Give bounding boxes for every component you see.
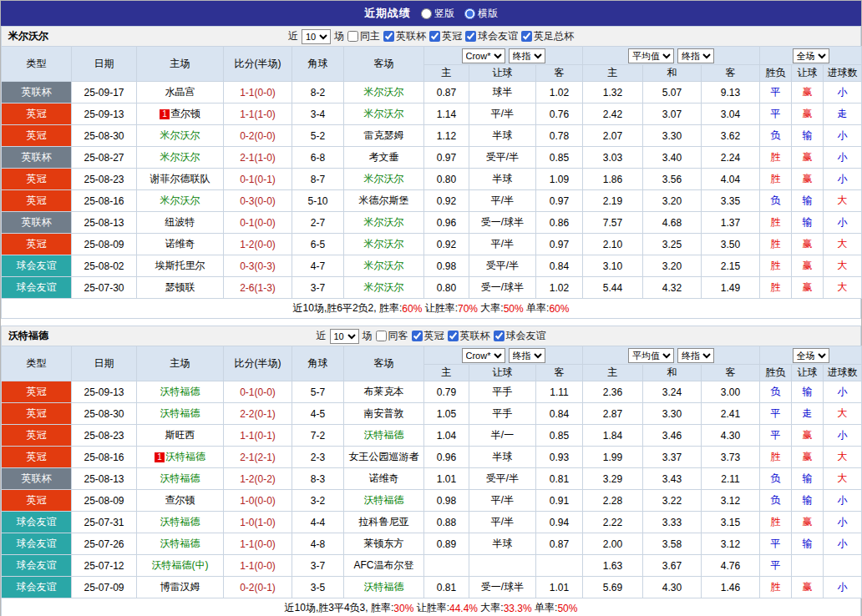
result-wdl: 平 bbox=[760, 533, 792, 555]
result-wdl: 胜 bbox=[760, 234, 792, 255]
home-team: 沃特福德 bbox=[137, 381, 224, 403]
competition-filter[interactable]: 英冠 bbox=[429, 29, 462, 43]
games-label: 场 bbox=[334, 29, 344, 43]
match-score: 0-1(0-0) bbox=[224, 212, 292, 234]
same-venue-filter[interactable]: 同主 bbox=[347, 29, 380, 43]
competition-checkbox[interactable] bbox=[448, 331, 459, 341]
table-header-row: 类型日期主场比分(半场)角球客场Crow*终指平均值终指全场 bbox=[2, 346, 862, 365]
result-goals: 大 bbox=[824, 234, 862, 255]
avg-away-odds: 3.50 bbox=[702, 234, 760, 255]
corner-score: 8-3 bbox=[292, 468, 344, 490]
result-wdl: 胜 bbox=[760, 447, 792, 468]
subcol-result-handicap: 让球 bbox=[792, 65, 824, 82]
competition-filter[interactable]: 球会友谊 bbox=[465, 29, 518, 43]
same-venue-checkbox[interactable] bbox=[376, 331, 387, 341]
final-odds-select[interactable]: 终指 bbox=[677, 348, 714, 363]
odds-company-select[interactable]: Crow* bbox=[462, 48, 505, 63]
competition-checkbox[interactable] bbox=[521, 31, 532, 42]
ah-away-odds: 0.87 bbox=[536, 533, 583, 555]
team-text: 米尔沃尔 bbox=[160, 151, 200, 163]
result-handicap: 赢 bbox=[792, 82, 824, 104]
ah-away-odds bbox=[536, 555, 583, 577]
horizontal-layout-radio[interactable] bbox=[464, 8, 475, 19]
ah-handicap bbox=[469, 555, 536, 577]
match-date: 25-08-02 bbox=[72, 255, 137, 277]
result-goals: 大 bbox=[824, 255, 862, 277]
competition-filter[interactable]: 英足总杯 bbox=[521, 29, 574, 43]
competition-checkbox[interactable] bbox=[494, 331, 505, 341]
same-venue-filter[interactable]: 同客 bbox=[376, 329, 408, 343]
match-score: 0-3(0-3) bbox=[224, 255, 292, 277]
competition-checkbox[interactable] bbox=[383, 31, 394, 42]
result-goals: 大 bbox=[824, 468, 862, 490]
avg-home-odds: 3.03 bbox=[583, 147, 643, 169]
match-score: 1-0(0-0) bbox=[224, 490, 292, 512]
team-name: 米尔沃尔 bbox=[8, 29, 48, 43]
team-text: 莱顿东方 bbox=[364, 538, 404, 549]
team-text: 沃特福德 bbox=[364, 429, 404, 441]
final-odds-select[interactable]: 终指 bbox=[677, 48, 714, 63]
result-wdl: 胜 bbox=[760, 147, 792, 169]
final-odds-select[interactable]: 终指 bbox=[509, 48, 545, 63]
col-away: 客场 bbox=[344, 346, 424, 381]
final-odds-select[interactable]: 终指 bbox=[509, 348, 545, 363]
match-score: 1-2(0-2) bbox=[224, 468, 292, 490]
avg-draw-odds: 4.30 bbox=[643, 577, 702, 598]
result-wdl: 平 bbox=[760, 82, 792, 104]
average-odds-select[interactable]: 平均值 bbox=[628, 348, 674, 363]
avg-away-odds: 3.04 bbox=[702, 104, 760, 125]
summary-segment: 50% bbox=[504, 303, 524, 315]
match-row: 球会友谊25-07-30瑟顿联2-6(1-3)3-7米尔沃尔0.80受一/球半1… bbox=[2, 277, 862, 299]
full-match-select[interactable]: 全场 bbox=[793, 48, 829, 63]
competition-checkbox[interactable] bbox=[412, 331, 423, 341]
result-wdl: 平 bbox=[760, 403, 792, 425]
euro-odds-group: 平均值终指 bbox=[583, 346, 760, 365]
avg-away-odds: 2.41 bbox=[702, 403, 760, 425]
competition-filter[interactable]: 英联杯 bbox=[448, 329, 490, 343]
result-wdl: 负 bbox=[760, 490, 792, 512]
team-text: 水晶宫 bbox=[165, 86, 195, 98]
avg-draw-odds: 3.20 bbox=[643, 255, 702, 277]
ah-away-odds: 0.97 bbox=[536, 190, 583, 212]
avg-draw-odds: 3.22 bbox=[643, 490, 702, 512]
match-row: 英联杯25-09-17水晶宫1-1(0-0)8-2米尔沃尔0.87球半1.021… bbox=[2, 82, 862, 104]
competition-filter[interactable]: 球会友谊 bbox=[494, 329, 546, 343]
average-odds-select[interactable]: 平均值 bbox=[628, 48, 674, 63]
competition-checkbox[interactable] bbox=[429, 31, 440, 42]
home-team: 1查尔顿 bbox=[137, 104, 224, 125]
asian-odds-group: Crow*终指 bbox=[424, 346, 583, 365]
team-text: 沃特福德(中) bbox=[152, 559, 209, 571]
home-team: 斯旺西 bbox=[137, 425, 224, 447]
horizontal-layout-label: 横版 bbox=[478, 7, 498, 21]
result-goals: 小 bbox=[824, 381, 862, 403]
avg-draw-odds: 3.40 bbox=[643, 147, 702, 169]
match-score: 1-1(0-1) bbox=[224, 425, 292, 447]
match-row: 球会友谊25-07-31沃特福德1-0(1-0)4-4拉科鲁尼亚0.88平/半0… bbox=[2, 512, 862, 533]
team-text: 沃特福德 bbox=[364, 494, 404, 506]
competition-filter[interactable]: 英冠 bbox=[412, 329, 444, 343]
league-badge: 英联杯 bbox=[2, 212, 72, 234]
result-goals: 大 bbox=[824, 277, 862, 299]
full-match-select[interactable]: 全场 bbox=[793, 348, 829, 363]
match-score: 0-2(0-0) bbox=[224, 125, 292, 147]
avg-away-odds: 3.73 bbox=[702, 447, 760, 468]
result-wdl: 胜 bbox=[760, 577, 792, 598]
league-badge: 英联杯 bbox=[2, 147, 72, 169]
match-count-select[interactable]: 10 bbox=[302, 29, 331, 44]
avg-draw-odds: 3.25 bbox=[643, 234, 702, 255]
match-row: 英冠25-08-161沃特福德2-1(2-1)2-3女王公园巡游者0.96半球0… bbox=[2, 447, 862, 468]
match-score: 1-2(0-0) bbox=[224, 234, 292, 255]
avg-home-odds: 1.63 bbox=[583, 555, 643, 577]
match-row: 英冠25-08-09诺维奇1-2(0-0)6-5米尔沃尔0.92平/半0.972… bbox=[2, 234, 862, 255]
competition-filter[interactable]: 英联杯 bbox=[383, 29, 426, 43]
avg-away-odds: 3.35 bbox=[702, 190, 760, 212]
layout-option-horizontal[interactable]: 横版 bbox=[464, 7, 498, 21]
match-date: 25-08-16 bbox=[72, 447, 137, 468]
same-venue-checkbox[interactable] bbox=[347, 31, 358, 42]
competition-checkbox[interactable] bbox=[465, 31, 476, 42]
vertical-layout-radio[interactable] bbox=[421, 8, 432, 19]
layout-option-vertical[interactable]: 竖版 bbox=[421, 7, 454, 21]
odds-company-select[interactable]: Crow* bbox=[462, 348, 505, 363]
match-count-select[interactable]: 10 bbox=[330, 329, 359, 344]
avg-draw-odds: 3.37 bbox=[643, 447, 702, 468]
